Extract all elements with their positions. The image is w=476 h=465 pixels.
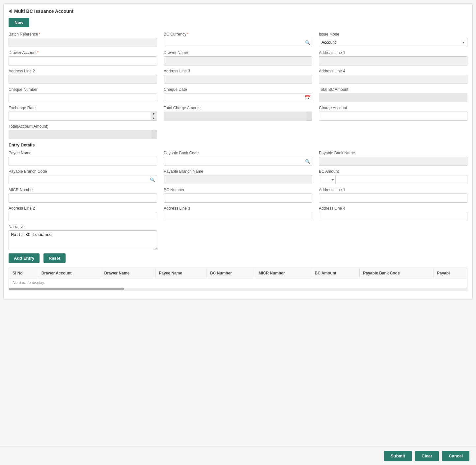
submit-button[interactable]: Submit: [384, 451, 412, 461]
entry-address-line4-input[interactable]: [319, 212, 467, 221]
drawer-name-input: [164, 56, 312, 65]
add-entry-button[interactable]: Add Entry: [9, 253, 40, 263]
address-line2-group: Address Line 2: [9, 69, 157, 84]
entry-address-line3-group: Address Line 3: [164, 206, 312, 221]
payable-branch-name-group: Payable Branch Name: [164, 169, 312, 184]
search-icon[interactable]: 🔍: [305, 40, 310, 45]
address-line3-group: Address Line 3: [164, 69, 312, 84]
cheque-date-input[interactable]: [164, 93, 312, 102]
entry-address-line2-label: Address Line 2: [9, 206, 157, 211]
bc-currency-input[interactable]: [164, 38, 312, 47]
drawer-account-input[interactable]: [9, 56, 157, 65]
calendar-icon[interactable]: 📅: [305, 95, 310, 100]
drawer-account-group: Drawer Account*: [9, 50, 157, 65]
entry-address-line1-input[interactable]: [319, 194, 467, 203]
issue-mode-label: Issue Mode: [319, 32, 467, 37]
bc-number-input[interactable]: [164, 194, 312, 203]
col-payable-partial: Payabl: [434, 268, 467, 278]
entry-address-line3-input[interactable]: [164, 212, 312, 221]
bc-amount-input[interactable]: [335, 175, 467, 184]
exchange-rate-input[interactable]: [9, 112, 151, 121]
payee-name-label: Payee Name: [9, 151, 157, 155]
col-micr-number: MICR Number: [255, 268, 311, 278]
collapse-icon[interactable]: [9, 9, 12, 13]
total-charge-amount-label: Total Charge Amount: [164, 106, 312, 110]
entry-address-line2-group: Address Line 2: [9, 206, 157, 221]
scrollbar-thumb[interactable]: [9, 288, 124, 290]
main-form: Batch Reference* BC Currency* 🔍 Issue Mo…: [9, 32, 467, 291]
total-charge-wrap: [164, 112, 312, 121]
page-header: Multi BC Issuance Account: [9, 9, 467, 14]
entry-details-title: Entry Details: [9, 142, 467, 147]
issue-mode-select-wrap: Account Cash Transfer: [319, 38, 467, 47]
issue-mode-select[interactable]: Account Cash Transfer: [319, 38, 467, 47]
bc-amount-currency-select[interactable]: [319, 175, 335, 184]
search-icon-2[interactable]: 🔍: [305, 159, 310, 164]
entry-row-2: Payable Branch Code 🔍 Payable Branch Nam…: [9, 169, 467, 184]
entry-row-4: Address Line 2 Address Line 3 Address Li…: [9, 206, 467, 221]
table-body: No data to display.: [9, 278, 467, 287]
payee-name-input[interactable]: [9, 157, 157, 166]
payee-name-group: Payee Name: [9, 151, 157, 166]
entry-address-line1-group: Address Line 1: [319, 188, 467, 203]
drawer-name-group: Drawer Name: [164, 50, 312, 65]
charge-account-input[interactable]: [319, 112, 467, 121]
issue-mode-group: Issue Mode Account Cash Transfer: [319, 32, 467, 47]
payable-branch-code-input-wrap: 🔍: [9, 175, 157, 184]
micr-number-label: MICR Number: [9, 188, 157, 192]
narrative-group: Narrative Multi BC Issuance: [9, 224, 157, 250]
payable-branch-code-group: Payable Branch Code 🔍: [9, 169, 157, 184]
bc-number-group: BC Number: [164, 188, 312, 203]
entries-table-container: SI No Drawer Account Drawer Name Payee N…: [9, 268, 467, 291]
no-data-cell: No data to display.: [9, 278, 467, 287]
cheque-number-label: Cheque Number: [9, 87, 157, 92]
charge-account-label: Charge Account: [319, 106, 467, 110]
new-button[interactable]: New: [9, 18, 29, 27]
micr-number-input[interactable]: [9, 194, 157, 203]
entry-details-section: Entry Details Payee Name Payable Bank Co…: [9, 142, 467, 291]
cheque-date-group: Cheque Date 📅: [164, 87, 312, 102]
payable-branch-name-label: Payable Branch Name: [164, 169, 312, 174]
charge-account-group: Charge Account: [319, 106, 467, 121]
payable-bank-name-input: [319, 157, 467, 166]
form-card: Multi BC Issuance Account New Batch Refe…: [3, 3, 473, 300]
form-row-5: Exchange Rate ▼ ▲ Total Charge Amount: [9, 106, 467, 121]
total-bc-amount-label: Total BC Amount: [319, 87, 467, 92]
payable-bank-code-input[interactable]: [164, 157, 312, 166]
payable-branch-code-input[interactable]: [9, 175, 157, 184]
entry-address-line2-input[interactable]: [9, 212, 157, 221]
exchange-rate-up-btn[interactable]: ▲: [151, 116, 157, 120]
total-account-amount-label: Total(Account Amount): [9, 124, 157, 129]
total-account-amount-group: Total(Account Amount): [9, 124, 157, 139]
main-container: Multi BC Issuance Account New Batch Refe…: [0, 0, 476, 447]
total-bc-amount-group: Total BC Amount: [319, 87, 467, 102]
form-row-2: Drawer Account* Drawer Name Address Line…: [9, 50, 467, 65]
table-scrollbar[interactable]: [9, 288, 467, 291]
form-row-4: Cheque Number Cheque Date 📅 Total BC Amo…: [9, 87, 467, 102]
address-line2-label: Address Line 2: [9, 69, 157, 73]
payable-bank-name-group: Payable Bank Name: [319, 151, 467, 166]
clear-button[interactable]: Clear: [415, 451, 439, 461]
payable-bank-code-input-wrap: 🔍: [164, 157, 312, 166]
cancel-button[interactable]: Cancel: [442, 451, 469, 461]
cheque-number-input[interactable]: [9, 93, 157, 102]
address-line1-group: Address Line 1: [319, 50, 467, 65]
total-charge-amount-input: [164, 112, 307, 121]
col-bc-amount: BC Amount: [311, 268, 360, 278]
table-header-row: SI No Drawer Account Drawer Name Payee N…: [9, 268, 467, 278]
search-icon-3[interactable]: 🔍: [150, 177, 155, 182]
exchange-rate-down-btn[interactable]: ▼: [151, 112, 157, 116]
col-payee-name: Payee Name: [155, 268, 207, 278]
entry-buttons-row: Add Entry Reset: [9, 253, 467, 263]
exchange-rate-label: Exchange Rate: [9, 106, 157, 110]
payable-branch-name-input: [164, 175, 312, 184]
batch-reference-input[interactable]: [9, 38, 157, 47]
page-title: Multi BC Issuance Account: [14, 9, 73, 14]
cheque-date-label: Cheque Date: [164, 87, 312, 92]
reset-button[interactable]: Reset: [43, 253, 66, 263]
total-account-suffix: [152, 130, 157, 139]
payable-bank-code-label: Payable Bank Code: [164, 151, 312, 155]
payable-bank-name-label: Payable Bank Name: [319, 151, 467, 155]
narrative-textarea[interactable]: Multi BC Issuance: [9, 230, 157, 250]
address-line4-group: Address Line 4: [319, 69, 467, 84]
